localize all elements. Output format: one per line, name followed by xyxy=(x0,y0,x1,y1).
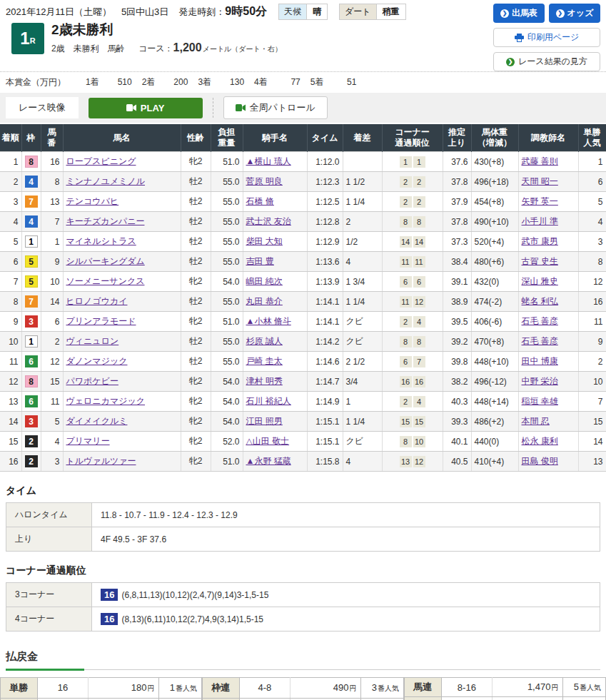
trainer-name-link[interactable]: 古賀 史生 xyxy=(522,256,558,266)
play-button[interactable]: PLAY xyxy=(89,98,203,118)
jockey-name-link[interactable]: ▲永野 猛蔵 xyxy=(246,456,291,466)
trainer-name-link[interactable]: 本間 忍 xyxy=(522,416,550,426)
last-3f-time: 37.6 xyxy=(443,152,471,172)
yen-unit: 円 xyxy=(147,684,154,692)
trainer-cell: 天間 昭一 xyxy=(518,172,578,192)
trainer-name-link[interactable]: 中野 栄治 xyxy=(522,376,558,386)
finish-time: 1:14.7 xyxy=(307,372,343,392)
jockey-name-link[interactable]: ▲小林 脩斗 xyxy=(246,316,291,326)
horse-name-link[interactable]: ヴィニュロン xyxy=(66,336,119,346)
corner-position: 14 xyxy=(413,236,425,248)
jockey-name-link[interactable]: △山田 敬士 xyxy=(246,436,290,446)
trainer-name-link[interactable]: 田中 博康 xyxy=(522,356,558,366)
jockey-name-link[interactable]: 戸崎 圭太 xyxy=(246,356,283,366)
trainer-name-link[interactable]: 松永 康利 xyxy=(522,436,558,446)
horse-name-link[interactable]: ミンナノユメミノル xyxy=(66,176,146,186)
trainer-name-link[interactable]: 石毛 善彦 xyxy=(522,316,558,326)
payout-table-left: 単勝16180円1番人気複勝16110円1番人気8370円6番人気13260円5… xyxy=(0,677,202,700)
horse-name-link[interactable]: テンコウバヒ xyxy=(66,196,119,206)
bracket-number: 3 xyxy=(25,315,38,328)
finish-position: 16 xyxy=(0,452,21,472)
horse-name-link[interactable]: シルバーキングダム xyxy=(66,256,145,266)
trainer-name-link[interactable]: 稲垣 幸雄 xyxy=(522,396,558,406)
horse-name-link[interactable]: ヒロノゴウカイ xyxy=(66,296,128,306)
leader-number-badge: 16 xyxy=(101,589,118,601)
trainer-name-link[interactable]: 深山 雅史 xyxy=(522,276,558,286)
horse-name-link[interactable]: トルヴァルツァー xyxy=(66,456,136,466)
trainer-name-link[interactable]: 天間 昭一 xyxy=(522,176,558,186)
jockey-name-link[interactable]: 石橋 脩 xyxy=(246,196,274,206)
column-header: 馬 番 xyxy=(41,124,63,152)
horse-name-link[interactable]: ダイメイクルミ xyxy=(66,416,128,426)
horse-name-link[interactable]: プリンアラモード xyxy=(66,316,136,326)
prize-amount: 200 xyxy=(155,77,188,87)
finish-position: 8 xyxy=(0,292,21,312)
trainer-cell: 稲垣 幸雄 xyxy=(518,392,578,412)
horse-name-cell: プリマリー xyxy=(63,432,181,452)
margin: 1 xyxy=(343,392,382,412)
odds-button[interactable]: ❯ オッズ xyxy=(549,4,600,23)
finish-time: 1:14.2 xyxy=(307,332,343,352)
bet-type-label: 単勝 xyxy=(1,678,38,699)
print-page-button[interactable]: 印刷用ページ xyxy=(493,28,600,47)
finish-time: 1:12.3 xyxy=(307,172,343,192)
trainer-name-link[interactable]: 武市 康男 xyxy=(522,236,558,246)
corner-order-cell: 22 xyxy=(382,172,443,192)
payout-table-middle: 枠連4-8490円3番人気ワイド8-16580円6番人気13-16430円4番人… xyxy=(202,677,404,700)
trainer-name-link[interactable]: 矢野 英一 xyxy=(522,196,558,206)
horse-name-link[interactable]: マイネルシトラス xyxy=(66,236,136,246)
jockey-name-link[interactable]: 嶋田 純次 xyxy=(246,276,283,286)
entries-button[interactable]: ❯ 出馬表 xyxy=(493,4,545,23)
jockey-name-link[interactable]: 丸田 恭介 xyxy=(246,296,283,306)
trainer-name-link[interactable]: 小手川 準 xyxy=(522,216,558,226)
sex-age: 牡2 xyxy=(181,352,211,372)
jockey-name-link[interactable]: 菅原 明良 xyxy=(246,176,283,186)
start-time-group: 発走時刻：9時50分 xyxy=(178,4,267,19)
jockey-name-link[interactable]: 津村 明秀 xyxy=(246,376,283,386)
horse-name-link[interactable]: プリマリー xyxy=(66,436,110,446)
corner-order-cell: 1112 xyxy=(382,292,443,312)
jockey-cell: ▲小林 脩斗 xyxy=(243,312,307,332)
jockey-name-link[interactable]: ▲横山 琉人 xyxy=(246,156,291,166)
jockey-name-link[interactable]: 江田 照男 xyxy=(246,416,283,426)
column-header: 着順 xyxy=(0,124,21,152)
jockey-name-link[interactable]: 杉原 誠人 xyxy=(246,336,283,346)
sex-age: 牡2 xyxy=(181,232,211,252)
horse-number: 10 xyxy=(41,272,63,292)
patrol-video-label: 全周パトロール xyxy=(250,101,315,114)
sex-age: 牝2 xyxy=(181,272,211,292)
margin: クビ xyxy=(343,432,382,452)
sex-age: 牝2 xyxy=(181,392,211,412)
jockey-cell: ▲永野 猛蔵 xyxy=(243,452,307,472)
horse-name-cell: ヴェロニカマジック xyxy=(63,392,181,412)
jockey-name-link[interactable]: 武士沢 友治 xyxy=(246,216,291,226)
corner-position: 14 xyxy=(400,236,412,248)
horse-number: 7 xyxy=(41,212,63,232)
horse-name-link[interactable]: ダノンマジック xyxy=(66,356,128,366)
trainer-name-link[interactable]: 武藤 善則 xyxy=(522,156,558,166)
jockey-name-link[interactable]: 吉田 豊 xyxy=(246,256,274,266)
corner-position: 11 xyxy=(400,296,412,308)
last-3f-time: 38.2 xyxy=(443,372,471,392)
horse-name-link[interactable]: パワポケビー xyxy=(66,376,118,386)
result-guide-button[interactable]: ❯ レース結果の見方 xyxy=(493,52,600,71)
horse-name-link[interactable]: ソーメニーサンクス xyxy=(66,276,145,286)
horse-name-link[interactable]: ヴェロニカマジック xyxy=(66,396,146,406)
finish-time: 1:12.0 xyxy=(307,152,343,172)
jockey-name-link[interactable]: 柴田 大知 xyxy=(246,236,283,246)
payout-row: 単勝16180円1番人気 xyxy=(1,678,202,699)
carried-weight: 52.0 xyxy=(211,432,243,452)
trainer-name-link[interactable]: 田島 俊明 xyxy=(522,456,558,466)
trainer-cell: 武市 康男 xyxy=(518,232,578,252)
trainer-name-link[interactable]: 蛯名 利弘 xyxy=(522,296,558,306)
jockey-name-link[interactable]: 石川 裕紀人 xyxy=(246,396,291,406)
patrol-video-button[interactable]: 全周パトロール xyxy=(223,96,328,119)
corner-position: 7 xyxy=(413,356,425,367)
finish-time: 1:14.9 xyxy=(307,392,343,412)
horse-name-link[interactable]: ロープスピニング xyxy=(66,156,136,166)
corner-order-cell: 66 xyxy=(382,272,443,292)
horse-name-link[interactable]: キーチズカンパニー xyxy=(66,216,145,226)
last-3f-time: 39.1 xyxy=(443,272,471,292)
horse-name-cell: パワポケビー xyxy=(63,372,181,392)
trainer-name-link[interactable]: 石毛 善彦 xyxy=(522,336,558,346)
